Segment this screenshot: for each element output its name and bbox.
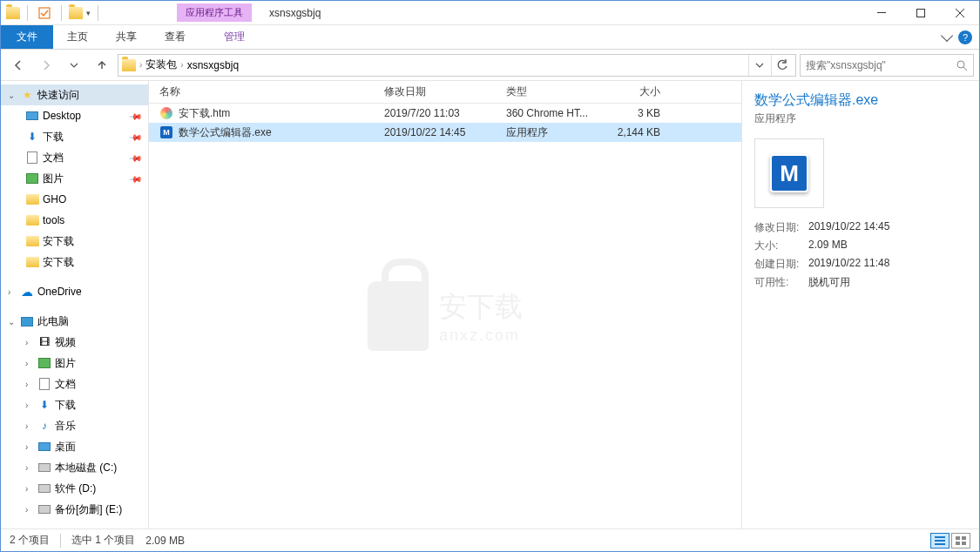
sidebar-item-folder[interactable]: 安下载: [1, 231, 148, 252]
search-input[interactable]: [806, 59, 956, 71]
minimize-button[interactable]: [862, 1, 901, 25]
folder-icon: [122, 59, 136, 71]
close-button[interactable]: [940, 1, 979, 25]
lock-icon: [368, 281, 429, 351]
home-tab[interactable]: 主页: [53, 25, 102, 49]
recent-dropdown[interactable]: [62, 53, 86, 77]
file-row[interactable]: M数学公式编辑器.exe 2019/10/22 14:45 应用程序 2,144…: [149, 123, 741, 142]
prop-value[interactable]: 2019/10/22 14:45: [808, 220, 889, 235]
ribbon-tabs: 文件 主页 共享 查看 管理 ?: [1, 25, 979, 50]
exe-icon: M: [160, 126, 172, 138]
sidebar-item-disk-c[interactable]: ›本地磁盘 (C:): [1, 457, 148, 478]
folder-icon: [26, 236, 39, 246]
chevron-right-icon[interactable]: ›: [139, 60, 142, 70]
nav-label: 快速访问: [37, 88, 79, 103]
file-rows[interactable]: 安下载.htm 2019/7/20 11:03 360 Chrome HT...…: [149, 104, 741, 528]
expand-icon[interactable]: ⌄: [8, 91, 17, 100]
nav-label: 文档: [55, 377, 76, 392]
svg-rect-9: [956, 542, 960, 545]
property-row: 修改日期:2019/10/22 14:45: [754, 220, 967, 235]
property-row: 大小:2.09 MB: [754, 239, 967, 253]
column-date[interactable]: 修改日期: [374, 84, 496, 99]
column-name[interactable]: 名称: [149, 84, 374, 99]
quick-access-toolbar: ▾: [1, 3, 102, 23]
share-tab[interactable]: 共享: [102, 25, 151, 49]
back-button[interactable]: [6, 53, 30, 77]
nav-label: 桌面: [55, 440, 76, 454]
sidebar-item-desktop[interactable]: Desktop📌: [1, 105, 148, 126]
svg-rect-1: [877, 12, 886, 13]
address-dropdown[interactable]: [748, 55, 769, 76]
address-bar-row: › 安装包 › xsnsxgsbjq: [1, 50, 979, 81]
sidebar-item-documents[interactable]: ›文档: [1, 374, 148, 394]
music-icon: ♪: [37, 419, 51, 433]
file-size: 3 KB: [605, 107, 674, 119]
column-size[interactable]: 大小: [605, 84, 674, 99]
disk-icon: [38, 505, 51, 514]
sidebar-item-disk-d[interactable]: ›软件 (D:): [1, 478, 148, 499]
collapse-ribbon-icon[interactable]: [941, 29, 953, 41]
details-thumbnail: M: [754, 138, 824, 208]
forward-button[interactable]: [34, 53, 58, 77]
help-icon[interactable]: ?: [958, 30, 972, 44]
sidebar-item-pictures[interactable]: ›图片: [1, 353, 148, 374]
sidebar-item-folder[interactable]: tools: [1, 210, 148, 231]
watermark-sub: anxz.com: [439, 326, 523, 345]
document-icon: [39, 378, 50, 390]
svg-rect-2: [916, 9, 924, 17]
sidebar-item-folder[interactable]: 安下载: [1, 252, 148, 273]
separator: [27, 5, 28, 21]
prop-value: 脱机可用: [808, 275, 850, 290]
search-icon: [956, 59, 968, 71]
details-type: 应用程序: [754, 111, 967, 126]
sidebar-onedrive[interactable]: ›☁OneDrive: [1, 281, 148, 302]
sidebar-item-disk-e[interactable]: ›备份[勿删] (E:): [1, 499, 148, 520]
chevron-right-icon[interactable]: ›: [180, 60, 183, 70]
prop-value[interactable]: 2019/10/22 11:48: [808, 257, 889, 272]
refresh-button[interactable]: [771, 55, 792, 76]
file-tab[interactable]: 文件: [1, 25, 53, 49]
sidebar-quick-access[interactable]: ⌄ ★ 快速访问: [1, 84, 148, 105]
manage-tab[interactable]: 管理: [210, 25, 259, 49]
nav-label: GHO: [43, 193, 66, 205]
navigation-pane[interactable]: ⌄ ★ 快速访问 Desktop📌 ⬇下载📌 文档📌 图片📌 GHO tools…: [1, 81, 149, 528]
window-title: xsnsxgsbjq: [269, 7, 321, 19]
search-box[interactable]: [800, 54, 974, 77]
column-headers: 名称 修改日期 类型 大小: [149, 81, 741, 104]
sidebar-item-folder[interactable]: GHO: [1, 189, 148, 210]
view-tab[interactable]: 查看: [151, 25, 199, 49]
nav-label: 安下载: [43, 255, 74, 270]
sidebar-item-downloads[interactable]: ⬇下载📌: [1, 126, 148, 147]
svg-rect-8: [962, 536, 966, 540]
watermark: 安下载 anxz.com: [368, 281, 523, 351]
video-icon: 🎞: [37, 335, 51, 349]
address-box[interactable]: › 安装包 › xsnsxgsbjq: [118, 54, 796, 77]
qat-dropdown[interactable]: ▾: [86, 9, 91, 17]
disk-icon: [38, 463, 51, 472]
file-date: 2019/7/20 11:03: [374, 107, 496, 119]
sidebar-item-downloads[interactable]: ›⬇下载: [1, 394, 148, 415]
sidebar-item-pictures[interactable]: 图片📌: [1, 168, 148, 189]
sidebar-item-music[interactable]: ›♪音乐: [1, 415, 148, 436]
details-title: 数学公式编辑器.exe: [754, 91, 967, 110]
folder-icon: [26, 194, 39, 205]
pin-icon: 📌: [129, 151, 143, 165]
sidebar-this-pc[interactable]: ⌄此电脑: [1, 311, 148, 332]
sidebar-item-desktop[interactable]: ›桌面: [1, 436, 148, 457]
up-button[interactable]: [90, 53, 114, 77]
breadcrumb-item[interactable]: 安装包: [145, 57, 177, 72]
status-bar: 2 个项目 选中 1 个项目 2.09 MB: [1, 528, 979, 551]
details-view-button[interactable]: [930, 533, 950, 549]
qat-checkbox[interactable]: [35, 3, 54, 23]
sidebar-item-documents[interactable]: 文档📌: [1, 147, 148, 168]
expand-icon[interactable]: ⌄: [8, 317, 17, 326]
maximize-button[interactable]: [901, 1, 940, 25]
file-row[interactable]: 安下载.htm 2019/7/20 11:03 360 Chrome HT...…: [149, 104, 741, 123]
column-type[interactable]: 类型: [496, 84, 605, 99]
breadcrumb-item[interactable]: xsnsxgsbjq: [187, 59, 239, 71]
prop-label: 修改日期:: [754, 220, 808, 235]
expand-icon[interactable]: ›: [8, 287, 17, 297]
sidebar-item-videos[interactable]: ›🎞视频: [1, 332, 148, 353]
svg-rect-5: [935, 540, 945, 542]
icons-view-button[interactable]: [951, 533, 970, 549]
